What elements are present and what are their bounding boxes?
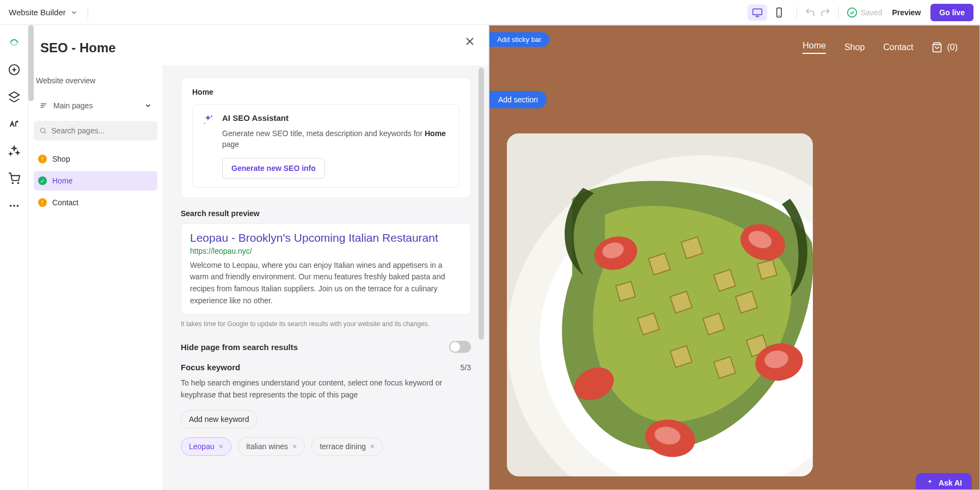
svg-rect-0 [752,9,762,15]
focus-keyword-label: Focus keyword [181,363,240,372]
page-item-contact[interactable]: ! Contact [34,193,157,212]
keyword-chips-row: Leopau × Italian wines × terrace dining … [181,437,471,456]
sparkle-icon [926,479,934,487]
sparkle-icon [201,113,215,126]
svg-point-21 [40,128,45,132]
focus-keyword-description: To help search engines understand your c… [181,377,471,401]
page-item-shop[interactable]: ! Shop [34,149,157,169]
mobile-device-button[interactable] [769,4,789,21]
nav-shop[interactable]: Shop [844,42,865,52]
hide-from-search-label: Hide page from search results [181,342,298,352]
main: SEO - Home Website overview Main pages [0,25,980,490]
svg-point-15 [16,205,19,207]
panel-body: Website overview Main pages ! Shop [28,65,488,490]
status-warning-icon: ! [38,198,47,207]
svg-point-24 [204,123,205,124]
seo-content: Home AI SEO Assistant Generate new SEO t… [163,65,488,490]
page-list: ! Shop ✓ Home ! Contact [34,149,157,212]
scrollbar[interactable] [481,65,486,490]
brand-dropdown[interactable]: Website Builder [7,7,88,19]
preview-button[interactable]: Preview [886,5,926,20]
keyword-chip[interactable]: Italian wines × [238,437,305,456]
desktop-device-button[interactable] [748,4,767,21]
pages-sidebar: Website overview Main pages ! Shop [28,65,163,490]
hide-from-search-toggle[interactable] [449,341,471,353]
save-status: Saved [847,7,883,18]
ai-tools-button[interactable] [8,145,21,158]
desktop-icon [752,7,763,18]
svg-point-11 [12,182,13,183]
shopping-bag-icon [932,42,942,53]
chevron-down-icon [70,9,78,16]
scrollbar-thumb[interactable] [28,25,34,101]
ai-assistant-description: Generate new SEO title, meta description… [222,128,450,150]
search-preview-heading: Search result preview [181,209,471,218]
card-title: Home [192,88,460,96]
seo-panel: SEO - Home Website overview Main pages [28,25,489,490]
hero-image[interactable] [507,133,813,476]
remove-chip-icon[interactable]: × [292,442,297,451]
google-update-note: It takes time for Google to update its s… [181,320,471,328]
logo-icon[interactable] [8,36,21,49]
nav-contact[interactable]: Contact [883,42,913,52]
scrollbar[interactable] [28,25,34,490]
topbar: Website Builder Saved Preview Go live [0,0,980,25]
chevron-down-icon [144,102,152,109]
serp-description: Welcome to Leopau, where you can enjoy I… [190,260,462,307]
scrollbar-thumb[interactable] [479,68,484,340]
keyword-chip[interactable]: Leopau × [181,437,231,456]
remove-chip-icon[interactable]: × [219,442,223,451]
keyword-chips: Add new keyword [181,410,471,428]
page-label: Shop [52,155,70,163]
svg-point-5 [847,8,856,17]
hide-from-search-row: Hide page from search results [181,341,471,353]
divider [797,7,797,19]
tool-rail [0,25,28,490]
typography-button[interactable] [8,118,21,131]
focus-keyword-header: Focus keyword 5/3 [181,363,471,372]
svg-point-13 [9,205,11,207]
undo-icon[interactable] [805,7,816,18]
site-navigation: Home Shop Contact (0) [489,26,979,69]
website-overview-link[interactable]: Website overview [34,73,157,90]
add-section-button[interactable]: Add section [489,91,547,108]
ai-assistant-title: AI SEO Assistant [222,113,450,122]
go-live-button[interactable]: Go live [930,4,973,21]
svg-point-12 [17,182,19,183]
close-icon[interactable] [463,35,476,48]
svg-point-10 [16,121,17,122]
ask-ai-button[interactable]: Ask AI [916,473,972,489]
svg-point-23 [211,115,212,117]
list-icon [39,101,48,110]
panel-header: SEO - Home [28,25,488,65]
saved-label: Saved [861,8,883,17]
cart-count: (0) [947,42,958,52]
search-result-preview: Leopau - Brooklyn's Upcoming Italian Res… [181,223,471,315]
nav-home[interactable]: Home [803,41,826,54]
status-ok-icon: ✓ [38,176,47,185]
add-element-button[interactable] [8,63,21,76]
generate-seo-button[interactable]: Generate new SEO info [222,158,325,179]
more-button[interactable] [8,199,21,212]
keyword-chip[interactable]: terrace dining × [311,437,383,456]
status-warning-icon: ! [38,155,47,163]
layers-button[interactable] [8,90,21,103]
search-pages[interactable] [34,121,157,140]
svg-line-22 [45,132,46,134]
search-input[interactable] [51,126,152,135]
add-keyword-button[interactable]: Add new keyword [181,410,258,428]
redo-icon[interactable] [820,7,831,18]
topbar-actions: Saved Preview Go live [748,4,973,21]
website-canvas[interactable]: Add sticky bar Add section Home Shop Con… [489,25,980,490]
main-pages-toggle[interactable]: Main pages [34,96,157,115]
search-icon [39,126,47,135]
cart-button[interactable]: (0) [932,42,958,53]
remove-chip-icon[interactable]: × [370,442,375,451]
panel-title: SEO - Home [40,40,476,56]
serp-title: Leopau - Brooklyn's Upcoming Italian Res… [190,231,462,244]
ecommerce-button[interactable] [8,172,21,185]
svg-point-14 [13,205,15,207]
page-label: Home [52,176,72,185]
page-item-home[interactable]: ✓ Home [34,171,157,191]
divider [838,7,839,19]
